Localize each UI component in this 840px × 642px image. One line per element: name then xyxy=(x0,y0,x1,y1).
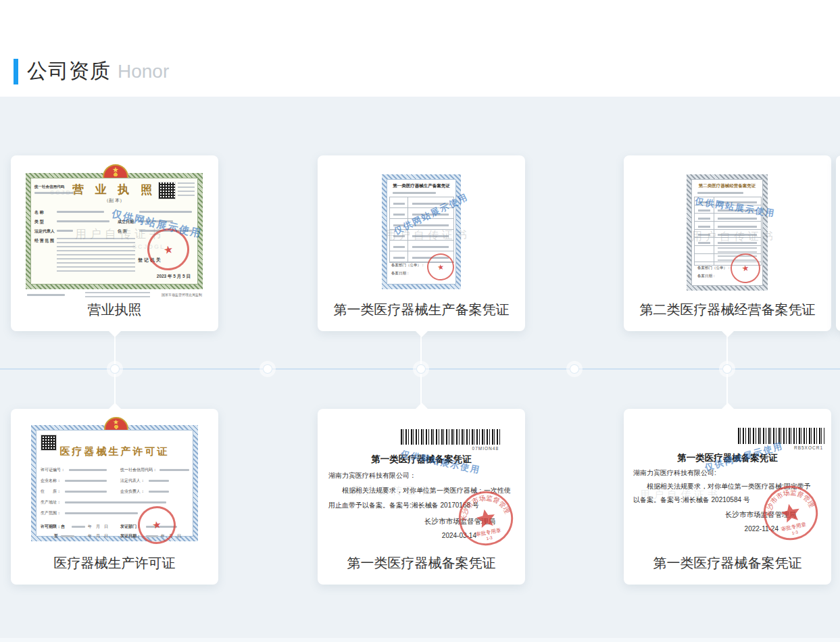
doc-line-company: 湖南力宾医疗科技有限公司： xyxy=(328,471,416,480)
field-label: 企业名称： xyxy=(41,478,61,484)
upload-watermark: 用户自传证书 xyxy=(691,230,776,244)
timeline-node xyxy=(110,364,120,374)
redacted-text xyxy=(72,526,85,528)
filing-date-line: 备案日期： xyxy=(697,274,716,278)
field-label: 生产范围： xyxy=(41,510,61,516)
accent-bar xyxy=(14,59,18,84)
ymd-label: 年 月 日 xyxy=(88,533,108,539)
official-stamp-icon: 长沙市市场监督管理局 审批专用章 1-3 xyxy=(757,479,824,547)
upload-watermark: 用户自传证书 xyxy=(640,489,721,501)
section-title-zh: 公司资质 xyxy=(27,57,111,85)
section-title-en: Honor xyxy=(118,61,169,82)
timeline-node xyxy=(722,364,732,374)
redacted-text-lines xyxy=(57,238,135,274)
redacted-text xyxy=(65,491,107,493)
production-license-image: ★ 医疗器械生产许可证 许可证编号： 统一社会信用代码： 企业名称： 法定代表人… xyxy=(31,425,198,541)
background-code-watermark: SCJDGL xyxy=(132,243,166,250)
field-label: 统一社会信用代码： xyxy=(120,467,157,473)
card-label: 第一类医疗器械生产备案凭证 xyxy=(318,301,525,319)
barcode-code: 07MION48 xyxy=(472,446,499,451)
card-class2-operation-filing[interactable]: 第二类医疗器械经营备案凭证 备案部门（公章）： 备案日期： ★ 用户自传证书 仅… xyxy=(624,155,831,331)
license-footer: 国家市场监督管理总局监制 xyxy=(162,293,202,297)
timeline-node xyxy=(570,364,579,374)
filing-dept-line: 备案部门（公章）： xyxy=(697,266,731,270)
redacted-text xyxy=(139,211,192,213)
field-scope-label: 经 营 范 围 xyxy=(34,238,54,244)
license-date: 2023 年 5 月 5 日 xyxy=(157,274,191,280)
redacted-text xyxy=(57,220,109,222)
filing-date-line: 备案日期： xyxy=(391,271,410,276)
svg-text:1-3: 1-3 xyxy=(486,535,493,541)
qr-code-icon xyxy=(158,182,176,199)
redacted-text xyxy=(27,294,65,296)
upload-watermark: 用户自传证书 xyxy=(351,485,433,497)
section-bottom-strip xyxy=(0,638,840,642)
redacted-text xyxy=(65,480,107,482)
certificate-title: 医疗器械生产许可证 xyxy=(36,445,193,458)
field-label: 住 所： xyxy=(41,489,61,495)
card-pointer xyxy=(109,331,121,337)
card-class1-filing-2[interactable]: RB5XOCR1 第一类医疗器械备案凭证 湖南力宾医疗科技有限公司: 根据相关法… xyxy=(624,409,831,585)
redacted-text xyxy=(65,512,138,514)
field-label: 许可证编号： xyxy=(41,467,65,473)
background-code-watermark: SCJDGL xyxy=(50,189,83,196)
certificate-card-partial[interactable] xyxy=(836,155,840,331)
redacted-text xyxy=(149,491,169,493)
field-label: 发证日期： xyxy=(120,533,141,539)
redacted-text xyxy=(149,480,169,482)
official-stamp-icon: 长沙市市场监督管理局 审批专用章 1-3 xyxy=(453,485,518,551)
redacted-text-lines xyxy=(85,292,150,298)
card-class1-filing-1[interactable]: 07MION48 第一类医疗器械备案凭证 湖南力宾医疗科技有限公司： 根据相关法… xyxy=(318,409,525,585)
svg-text:1-3: 1-3 xyxy=(791,529,799,535)
card-class1-production-filing[interactable]: 第一类医疗器械生产备案凭证 备案部门（公章）： 备案日期： ★ 用户自传证书 仅… xyxy=(318,155,525,331)
redacted-text xyxy=(159,469,189,471)
card-pointer xyxy=(109,403,121,409)
redacted-text-lines xyxy=(178,182,195,197)
card-pointer xyxy=(722,331,734,337)
card-label: 第一类医疗器械备案凭证 xyxy=(318,554,525,572)
card-business-license[interactable]: ★ 统一社会信用代码 营 业 执 照 （副 本） 名 称 类 型 法定代表人 经… xyxy=(11,155,218,331)
timeline-node xyxy=(416,364,426,374)
redacted-text xyxy=(61,535,74,537)
field-legal-label: 法定代表人 xyxy=(34,228,55,234)
card-label: 第二类医疗器械经营备案凭证 xyxy=(624,301,831,319)
certificate-title: 第一类医疗器械生产备案凭证 xyxy=(387,183,455,189)
honor-page: { "header": { "title_zh": "公司资质", "title… xyxy=(0,0,840,642)
card-pointer xyxy=(416,403,428,409)
redacted-text xyxy=(65,501,166,503)
ymd-label: 年 月 日 xyxy=(88,524,108,530)
field-name-label: 名 称 xyxy=(34,209,44,216)
filing-dept-line: 备案部门（公章）： xyxy=(391,263,425,268)
field-type-label: 类 型 xyxy=(34,219,44,225)
redacted-text xyxy=(697,192,743,194)
barcode-code: RB5XOCR1 xyxy=(794,445,823,450)
card-pointer xyxy=(722,403,734,409)
timeline-node xyxy=(263,364,272,374)
barcode-icon xyxy=(401,429,500,445)
field-label: 生产地址： xyxy=(41,499,61,505)
card-label: 营业执照 xyxy=(11,301,218,319)
redacted-text xyxy=(57,230,73,232)
card-label: 第一类医疗器械备案凭证 xyxy=(624,554,831,572)
card-label: 医疗器械生产许可证 xyxy=(11,554,218,572)
certificate-title: 第二类医疗器械经营备案凭证 xyxy=(692,183,762,189)
card-production-license[interactable]: ★ 医疗器械生产许可证 许可证编号： 统一社会信用代码： 企业名称： 法定代表人… xyxy=(11,409,218,585)
card-pointer xyxy=(416,331,428,337)
field-label: 法定代表人： xyxy=(120,478,145,484)
field-label: 许可期限：自 xyxy=(41,524,65,530)
redacted-text xyxy=(393,192,436,194)
doc-line-company: 湖南力宾医疗科技有限公司: xyxy=(633,468,716,478)
redacted-text xyxy=(57,211,104,213)
field-label: 企业负责人： xyxy=(120,489,145,495)
official-stamp-icon: ★ xyxy=(135,503,179,547)
field-label: 至 xyxy=(54,533,58,539)
section-header: 公司资质 Honor xyxy=(14,57,169,85)
redacted-text xyxy=(69,469,107,471)
